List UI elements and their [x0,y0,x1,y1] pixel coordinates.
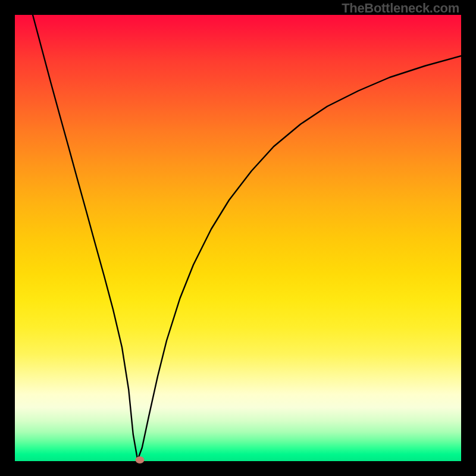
minimum-marker-dot [136,456,145,464]
watermark-label: TheBottleneck.com [342,1,459,16]
chart-gradient-background [15,15,461,461]
